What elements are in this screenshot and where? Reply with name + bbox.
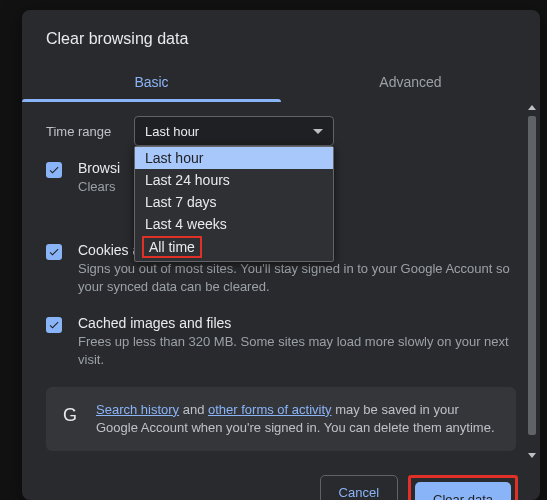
select-value: Last hour xyxy=(145,124,199,139)
item-title-cache: Cached images and files xyxy=(78,315,516,331)
checkbox-cache[interactable] xyxy=(46,317,62,333)
highlight-clear-data: Clear data xyxy=(408,475,518,500)
dropdown-option-last-24-hours[interactable]: Last 24 hours xyxy=(135,169,333,191)
cancel-button[interactable]: Cancel xyxy=(320,475,398,500)
dropdown-option-last-hour[interactable]: Last hour xyxy=(135,147,333,169)
item-desc-cache: Frees up less than 320 MB. Some sites ma… xyxy=(78,333,516,369)
scrollbar-thumb[interactable] xyxy=(528,116,536,435)
check-icon xyxy=(48,319,60,331)
dialog-title: Clear browsing data xyxy=(22,10,540,64)
checkbox-history[interactable] xyxy=(46,162,62,178)
chevron-down-icon xyxy=(313,129,323,134)
tabs: Basic Advanced xyxy=(22,64,540,102)
clear-browsing-dialog: Clear browsing data Basic Advanced Time … xyxy=(22,10,540,500)
note-text: Search history and other forms of activi… xyxy=(96,401,502,437)
check-icon xyxy=(48,164,60,176)
item-desc-cookies: Signs you out of most sites. You'll stay… xyxy=(78,260,516,296)
link-search-history[interactable]: Search history xyxy=(96,402,179,417)
dialog-body: Time range Last hour Last hour Last 24 h… xyxy=(22,102,540,461)
checkbox-cookies[interactable] xyxy=(46,244,62,260)
time-range-row: Time range Last hour xyxy=(46,116,516,146)
checkbox-row-cache: Cached images and files Frees up less th… xyxy=(46,315,516,369)
dropdown-option-all-time[interactable]: All time xyxy=(142,236,202,258)
google-account-note: G Search history and other forms of acti… xyxy=(46,387,516,451)
google-icon: G xyxy=(60,403,80,428)
time-range-label: Time range xyxy=(46,124,134,139)
tab-advanced[interactable]: Advanced xyxy=(281,64,540,102)
dropdown-option-last-4-weeks[interactable]: Last 4 weeks xyxy=(135,213,333,235)
tab-basic[interactable]: Basic xyxy=(22,64,281,102)
dialog-footer: Cancel Clear data xyxy=(22,461,540,500)
scrollbar[interactable] xyxy=(526,102,538,461)
dropdown-option-last-7-days[interactable]: Last 7 days xyxy=(135,191,333,213)
link-other-activity[interactable]: other forms of activity xyxy=(208,402,332,417)
time-range-dropdown[interactable]: Last hour Last 24 hours Last 7 days Last… xyxy=(134,146,334,262)
clear-data-button[interactable]: Clear data xyxy=(415,482,511,500)
time-range-select[interactable]: Last hour xyxy=(134,116,334,146)
check-icon xyxy=(48,246,60,258)
